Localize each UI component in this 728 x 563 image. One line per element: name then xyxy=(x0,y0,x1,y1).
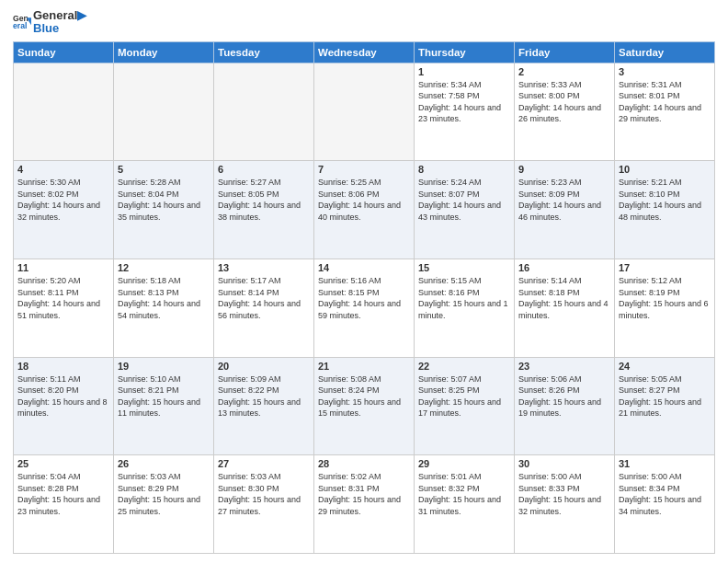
day-cell: 20Sunrise: 5:09 AMSunset: 8:22 PMDayligh… xyxy=(214,357,314,455)
day-number: 3 xyxy=(619,66,711,77)
day-info: Sunrise: 5:24 AMSunset: 8:07 PMDaylight:… xyxy=(418,177,510,223)
week-row-5: 25Sunrise: 5:04 AMSunset: 8:28 PMDayligh… xyxy=(14,455,715,554)
day-cell: 15Sunrise: 5:15 AMSunset: 8:16 PMDayligh… xyxy=(415,259,515,357)
header: Gen eral General▶ Blue xyxy=(13,9,715,36)
day-info: Sunrise: 5:20 AMSunset: 8:11 PMDaylight:… xyxy=(17,275,109,321)
day-info: Sunrise: 5:30 AMSunset: 8:02 PMDaylight:… xyxy=(17,177,109,223)
day-number: 27 xyxy=(218,458,310,469)
day-info: Sunrise: 5:25 AMSunset: 8:06 PMDaylight:… xyxy=(318,177,410,223)
day-info: Sunrise: 5:05 AMSunset: 8:27 PMDaylight:… xyxy=(619,373,711,419)
day-number: 31 xyxy=(619,458,711,469)
day-number: 6 xyxy=(218,164,310,175)
day-cell: 10Sunrise: 5:21 AMSunset: 8:10 PMDayligh… xyxy=(615,161,715,259)
day-cell xyxy=(114,63,214,161)
day-cell: 19Sunrise: 5:10 AMSunset: 8:21 PMDayligh… xyxy=(114,357,214,455)
week-row-3: 11Sunrise: 5:20 AMSunset: 8:11 PMDayligh… xyxy=(14,259,715,357)
day-of-week-friday: Friday xyxy=(515,41,615,63)
day-cell: 23Sunrise: 5:06 AMSunset: 8:26 PMDayligh… xyxy=(515,357,615,455)
logo: Gen eral General▶ Blue xyxy=(13,9,86,36)
day-info: Sunrise: 5:10 AMSunset: 8:21 PMDaylight:… xyxy=(118,373,210,419)
day-of-week-thursday: Thursday xyxy=(415,41,515,63)
week-row-1: 1Sunrise: 5:34 AMSunset: 7:58 PMDaylight… xyxy=(14,63,715,161)
day-cell: 30Sunrise: 5:00 AMSunset: 8:33 PMDayligh… xyxy=(515,455,615,554)
day-info: Sunrise: 5:08 AMSunset: 8:24 PMDaylight:… xyxy=(318,373,410,419)
day-number: 25 xyxy=(17,458,109,469)
day-cell: 25Sunrise: 5:04 AMSunset: 8:28 PMDayligh… xyxy=(14,455,114,554)
calendar-body: 1Sunrise: 5:34 AMSunset: 7:58 PMDaylight… xyxy=(14,63,715,553)
day-cell: 6Sunrise: 5:27 AMSunset: 8:05 PMDaylight… xyxy=(214,161,314,259)
day-of-week-saturday: Saturday xyxy=(615,41,715,63)
day-info: Sunrise: 5:23 AMSunset: 8:09 PMDaylight:… xyxy=(518,177,610,223)
day-cell: 5Sunrise: 5:28 AMSunset: 8:04 PMDaylight… xyxy=(114,161,214,259)
day-number: 18 xyxy=(17,361,109,372)
day-cell: 16Sunrise: 5:14 AMSunset: 8:18 PMDayligh… xyxy=(515,259,615,357)
day-number: 19 xyxy=(118,361,210,372)
day-info: Sunrise: 5:31 AMSunset: 8:01 PMDaylight:… xyxy=(619,79,711,125)
day-cell xyxy=(314,63,415,161)
day-cell: 3Sunrise: 5:31 AMSunset: 8:01 PMDaylight… xyxy=(615,63,715,161)
svg-text:eral: eral xyxy=(13,22,27,31)
day-info: Sunrise: 5:06 AMSunset: 8:26 PMDaylight:… xyxy=(518,373,610,419)
day-cell: 4Sunrise: 5:30 AMSunset: 8:02 PMDaylight… xyxy=(14,161,114,259)
day-info: Sunrise: 5:17 AMSunset: 8:14 PMDaylight:… xyxy=(218,275,310,321)
day-number: 10 xyxy=(619,164,711,175)
day-cell: 27Sunrise: 5:03 AMSunset: 8:30 PMDayligh… xyxy=(214,455,314,554)
day-of-week-sunday: Sunday xyxy=(14,41,114,63)
day-number: 15 xyxy=(418,262,510,273)
day-info: Sunrise: 5:11 AMSunset: 8:20 PMDaylight:… xyxy=(17,373,109,419)
day-info: Sunrise: 5:28 AMSunset: 8:04 PMDaylight:… xyxy=(118,177,210,223)
day-number: 26 xyxy=(118,458,210,469)
day-cell: 14Sunrise: 5:16 AMSunset: 8:15 PMDayligh… xyxy=(314,259,415,357)
day-number: 1 xyxy=(418,66,510,77)
day-number: 2 xyxy=(518,66,610,77)
day-number: 11 xyxy=(17,262,109,273)
day-cell: 17Sunrise: 5:12 AMSunset: 8:19 PMDayligh… xyxy=(615,259,715,357)
day-info: Sunrise: 5:16 AMSunset: 8:15 PMDaylight:… xyxy=(318,275,410,321)
day-info: Sunrise: 5:34 AMSunset: 7:58 PMDaylight:… xyxy=(418,79,510,125)
day-cell xyxy=(14,63,114,161)
day-cell: 18Sunrise: 5:11 AMSunset: 8:20 PMDayligh… xyxy=(14,357,114,455)
day-number: 8 xyxy=(418,164,510,175)
calendar-header: SundayMondayTuesdayWednesdayThursdayFrid… xyxy=(14,41,715,63)
day-info: Sunrise: 5:21 AMSunset: 8:10 PMDaylight:… xyxy=(619,177,711,223)
day-info: Sunrise: 5:03 AMSunset: 8:29 PMDaylight:… xyxy=(118,471,210,517)
day-number: 7 xyxy=(318,164,410,175)
day-cell: 7Sunrise: 5:25 AMSunset: 8:06 PMDaylight… xyxy=(314,161,415,259)
header-row: SundayMondayTuesdayWednesdayThursdayFrid… xyxy=(14,41,715,63)
day-cell: 11Sunrise: 5:20 AMSunset: 8:11 PMDayligh… xyxy=(14,259,114,357)
day-number: 16 xyxy=(518,262,610,273)
day-cell: 21Sunrise: 5:08 AMSunset: 8:24 PMDayligh… xyxy=(314,357,415,455)
day-number: 13 xyxy=(218,262,310,273)
day-cell: 8Sunrise: 5:24 AMSunset: 8:07 PMDaylight… xyxy=(415,161,515,259)
day-info: Sunrise: 5:14 AMSunset: 8:18 PMDaylight:… xyxy=(518,275,610,321)
day-number: 14 xyxy=(318,262,410,273)
page: Gen eral General▶ Blue SundayMondayTuesd… xyxy=(0,0,728,563)
day-number: 29 xyxy=(418,458,510,469)
day-cell: 22Sunrise: 5:07 AMSunset: 8:25 PMDayligh… xyxy=(415,357,515,455)
day-number: 21 xyxy=(318,361,410,372)
day-info: Sunrise: 5:02 AMSunset: 8:31 PMDaylight:… xyxy=(318,471,410,517)
day-cell: 29Sunrise: 5:01 AMSunset: 8:32 PMDayligh… xyxy=(415,455,515,554)
day-cell: 1Sunrise: 5:34 AMSunset: 7:58 PMDaylight… xyxy=(415,63,515,161)
day-info: Sunrise: 5:07 AMSunset: 8:25 PMDaylight:… xyxy=(418,373,510,419)
day-number: 17 xyxy=(619,262,711,273)
day-info: Sunrise: 5:01 AMSunset: 8:32 PMDaylight:… xyxy=(418,471,510,517)
day-info: Sunrise: 5:33 AMSunset: 8:00 PMDaylight:… xyxy=(518,79,610,125)
logo-icon: Gen eral xyxy=(13,13,31,31)
day-number: 20 xyxy=(218,361,310,372)
day-number: 9 xyxy=(518,164,610,175)
day-number: 5 xyxy=(118,164,210,175)
calendar-table: SundayMondayTuesdayWednesdayThursdayFrid… xyxy=(13,41,715,554)
day-of-week-wednesday: Wednesday xyxy=(314,41,415,63)
day-info: Sunrise: 5:15 AMSunset: 8:16 PMDaylight:… xyxy=(418,275,510,321)
day-of-week-monday: Monday xyxy=(114,41,214,63)
day-cell: 28Sunrise: 5:02 AMSunset: 8:31 PMDayligh… xyxy=(314,455,415,554)
day-info: Sunrise: 5:00 AMSunset: 8:33 PMDaylight:… xyxy=(518,471,610,517)
day-info: Sunrise: 5:03 AMSunset: 8:30 PMDaylight:… xyxy=(218,471,310,517)
day-cell: 26Sunrise: 5:03 AMSunset: 8:29 PMDayligh… xyxy=(114,455,214,554)
day-info: Sunrise: 5:09 AMSunset: 8:22 PMDaylight:… xyxy=(218,373,310,419)
day-cell: 31Sunrise: 5:00 AMSunset: 8:34 PMDayligh… xyxy=(615,455,715,554)
day-info: Sunrise: 5:12 AMSunset: 8:19 PMDaylight:… xyxy=(619,275,711,321)
day-info: Sunrise: 5:00 AMSunset: 8:34 PMDaylight:… xyxy=(619,471,711,517)
day-number: 28 xyxy=(318,458,410,469)
